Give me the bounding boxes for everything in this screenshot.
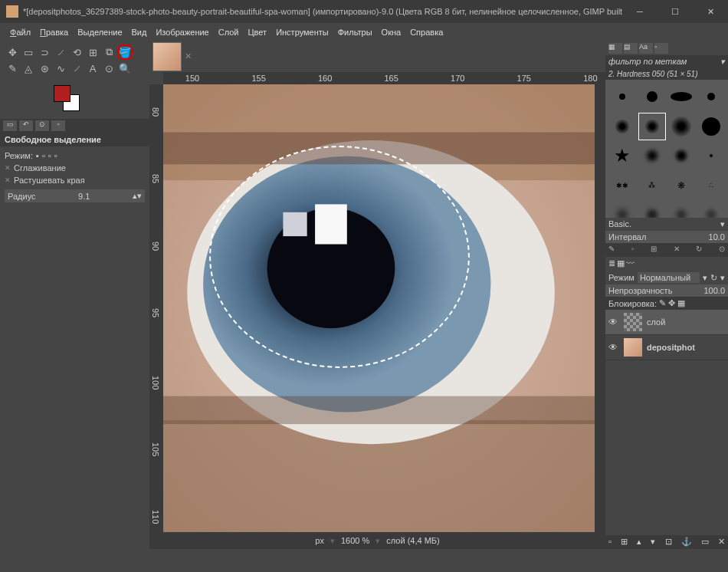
layer-item[interactable]: 👁 слой	[605, 310, 728, 335]
tab-channels[interactable]: ▦	[617, 258, 625, 269]
brush-item[interactable]	[667, 113, 696, 141]
brush-item[interactable]	[697, 113, 726, 141]
brush-item[interactable]	[697, 142, 726, 170]
edit-brush-icon[interactable]: ✎	[608, 245, 615, 255]
brush-preset-label[interactable]: Basic.	[608, 219, 631, 229]
brush-item[interactable]	[697, 83, 726, 111]
radius-spinner[interactable]: ▴▾	[133, 191, 142, 201]
layer-name[interactable]: слой	[647, 317, 665, 327]
eraser-tool[interactable]: ◬	[21, 61, 36, 76]
menu-filters[interactable]: Фильтры	[334, 25, 376, 39]
visibility-toggle-icon[interactable]: 👁	[608, 317, 619, 327]
tab-tool-options[interactable]: ▭	[3, 120, 17, 131]
lock-pixels-icon[interactable]: ✎	[659, 298, 666, 308]
tab-patterns[interactable]: ▤	[624, 43, 638, 54]
menu-icon[interactable]: ⊙	[719, 245, 725, 255]
clone-tool[interactable]: ⊛	[37, 61, 52, 76]
mode-replace-icon[interactable]: ▪	[36, 151, 39, 160]
text-tool[interactable]: A	[85, 61, 100, 76]
brush-item[interactable]	[638, 201, 667, 218]
transform-tool[interactable]: ⧉	[101, 44, 116, 60]
lock-position-icon[interactable]: ✥	[668, 298, 675, 308]
free-select-tool[interactable]: ⊃	[37, 44, 52, 60]
delete-layer-icon[interactable]: ✕	[718, 537, 725, 547]
mode-intersect-icon[interactable]: ▫	[54, 151, 57, 160]
color-picker-tool[interactable]: ⊙	[101, 61, 116, 76]
antialias-checkbox[interactable]: ✕	[5, 164, 11, 172]
lower-layer-icon[interactable]: ▾	[651, 537, 655, 547]
scrollbar-vertical[interactable]	[595, 84, 605, 532]
tab-fonts[interactable]: Aa	[639, 43, 653, 54]
move-tool[interactable]: ✥	[5, 44, 20, 60]
dropdown-icon[interactable]: ▾	[720, 219, 725, 229]
layer-group-icon[interactable]: ⊞	[621, 537, 628, 547]
smudge-tool[interactable]: ∿	[53, 61, 68, 76]
menu-file[interactable]: Файл	[6, 25, 34, 39]
menu-select[interactable]: Выделение	[74, 25, 126, 39]
brush-list[interactable]: ★ ✱✱ ⁂ ❋ ∴	[605, 80, 728, 218]
blend-mode-select[interactable]: Нормальный	[638, 272, 700, 283]
brush-item[interactable]	[667, 142, 696, 170]
layer-name[interactable]: depositphot	[647, 343, 695, 352]
brush-item[interactable]	[608, 201, 637, 218]
tab-undo[interactable]: ⊙	[35, 120, 49, 131]
delete-brush-icon[interactable]: ✕	[674, 245, 680, 255]
maximize-button[interactable]: ☐	[657, 0, 693, 23]
tab-brushes[interactable]: ▦	[608, 43, 622, 54]
brush-item[interactable]	[638, 83, 667, 111]
lock-alpha-icon[interactable]: ▦	[677, 298, 685, 308]
brush-item[interactable]: ★	[608, 142, 637, 170]
brush-item[interactable]	[608, 113, 637, 141]
duplicate-brush-icon[interactable]: ⊞	[651, 245, 657, 255]
foreground-color[interactable]	[54, 85, 71, 102]
menu-edit[interactable]: Правка	[36, 25, 72, 39]
radius-value[interactable]: 9.1	[78, 192, 90, 201]
brush-item[interactable]	[608, 83, 637, 111]
filter-dropdown-icon[interactable]: ▾	[720, 57, 725, 67]
new-brush-icon[interactable]: ▫	[631, 245, 635, 255]
rect-select-tool[interactable]: ▭	[21, 44, 36, 60]
new-layer-icon[interactable]: ▫	[608, 537, 612, 547]
close-button[interactable]: ✕	[693, 0, 728, 23]
warp-tool[interactable]: ⊞	[85, 44, 100, 60]
dropdown-icon[interactable]: ▾	[703, 273, 707, 283]
interval-value[interactable]: 10.0	[709, 232, 725, 242]
pencil-tool[interactable]: ✎	[5, 61, 20, 76]
duplicate-layer-icon[interactable]: ⊡	[665, 537, 672, 547]
reset-icon[interactable]: ↻	[710, 273, 717, 283]
tab-device[interactable]: ↶	[19, 120, 33, 131]
unit-selector[interactable]: px	[315, 536, 324, 545]
opacity-value[interactable]: 100.0	[703, 286, 725, 295]
dropdown-icon[interactable]: ▾	[720, 273, 725, 283]
menu-windows[interactable]: Окна	[378, 25, 405, 39]
tab-close-icon[interactable]: ✕	[185, 51, 192, 61]
bucket-fill-tool[interactable]: 🪣	[117, 44, 133, 60]
menu-image[interactable]: Изображение	[152, 25, 212, 39]
color-swatch[interactable]	[54, 85, 84, 113]
tab-history[interactable]: ▫	[654, 43, 668, 54]
rotate-tool[interactable]: ⟲	[69, 44, 84, 60]
image-tab-thumb[interactable]	[152, 42, 182, 71]
brush-item[interactable]: ❋	[667, 172, 696, 200]
tab-layers[interactable]: ≣	[608, 258, 615, 269]
brush-item[interactable]	[667, 83, 696, 111]
minimize-button[interactable]: ─	[622, 0, 657, 23]
merge-layer-icon[interactable]: ⚓	[681, 537, 692, 547]
crop-tool[interactable]: ⟋	[53, 44, 68, 60]
menu-color[interactable]: Цвет	[244, 25, 271, 39]
tab-images[interactable]: ▫	[51, 120, 65, 131]
refresh-brush-icon[interactable]: ↻	[696, 245, 702, 255]
menu-view[interactable]: Вид	[128, 25, 151, 39]
menu-layer[interactable]: Слой	[215, 25, 243, 39]
mode-add-icon[interactable]: ▫	[42, 151, 45, 160]
layer-item[interactable]: 👁 depositphot	[605, 335, 728, 360]
zoom-level[interactable]: 1600 %	[341, 536, 369, 545]
mode-subtract-icon[interactable]: ▫	[48, 151, 51, 160]
tab-paths[interactable]: 〰	[626, 258, 635, 269]
canvas[interactable]	[163, 84, 595, 532]
menu-help[interactable]: Справка	[406, 25, 447, 39]
brush-item[interactable]: ∴	[697, 172, 726, 200]
brush-item[interactable]	[697, 201, 726, 218]
brush-item[interactable]	[638, 142, 667, 170]
brush-item[interactable]	[667, 201, 696, 218]
